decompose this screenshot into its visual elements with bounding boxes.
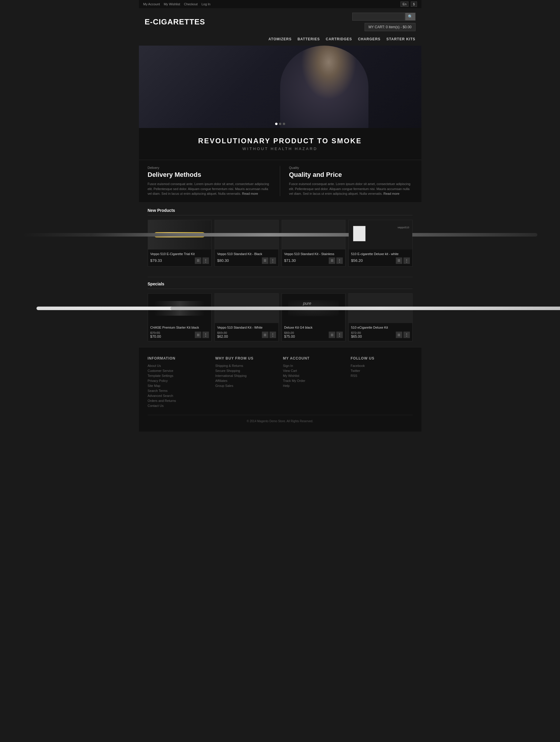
product-actions-2: $71.30 ☷ ⋮ — [284, 257, 343, 264]
special-buttons-3: ☷ ⋮ — [396, 331, 410, 338]
footer-group-sales[interactable]: Group Sales — [215, 384, 277, 387]
footer-secure-shopping[interactable]: Secure Shopping — [215, 369, 277, 372]
hero-dot-1[interactable] — [275, 123, 277, 125]
nav-batteries[interactable]: BATTERIES — [298, 36, 320, 43]
header: E-CIGARETTES 🔍 MY CART: 0 item(s) - $0.0… — [139, 8, 421, 36]
add-to-cart-0[interactable]: ☷ — [195, 257, 201, 264]
special-actions-3: $72.30 $65.00 ☷ ⋮ — [351, 331, 410, 339]
footer-col-title-follow-us: FOLLOW US — [351, 356, 413, 360]
currency-selector[interactable]: $ — [411, 1, 417, 7]
hero-figure — [280, 46, 368, 128]
footer-col-title-why-buy: WHY BUY FROM US — [215, 356, 277, 360]
special-card-0: CHASE Premium Starter Kit black $79.55 $… — [148, 293, 212, 341]
product-name-1: Veppo 510 Standard Kit - Black — [217, 252, 276, 256]
add-to-cart-2[interactable]: ☷ — [329, 257, 335, 264]
add-to-cart-1[interactable]: ☷ — [262, 257, 268, 264]
hero-dot-3[interactable] — [283, 123, 285, 125]
more-options-3[interactable]: ⋮ — [403, 257, 410, 264]
more-options-1[interactable]: ⋮ — [269, 257, 276, 264]
footer-view-cart[interactable]: View Cart — [283, 369, 345, 372]
search-button[interactable]: 🔍 — [405, 13, 415, 20]
product-price-3: $56.20 — [351, 258, 363, 263]
language-selector[interactable]: En — [401, 1, 408, 7]
footer-col-why-buy: WHY BUY FROM US Shipping & Returns Secur… — [215, 356, 277, 409]
footer-track-my-order[interactable]: Track My Order — [283, 379, 345, 382]
special-add-to-cart-3[interactable]: ☷ — [396, 331, 402, 338]
special-card-3: 510 eCigarette Deluxe Kit $72.30 $65.00 … — [348, 293, 413, 341]
special-add-to-cart-1[interactable]: ☷ — [262, 331, 268, 338]
info-col-delivery: Delivery Delivery Methods Fusce euismod … — [148, 166, 271, 196]
read-more-delivery[interactable]: Read more — [242, 192, 258, 195]
nav-chargers[interactable]: CHARGERS — [358, 36, 380, 43]
special-buttons-2: ☷ ⋮ — [329, 331, 343, 338]
more-options-2[interactable]: ⋮ — [336, 257, 343, 264]
footer-my-wishlist[interactable]: My Wishlist — [283, 374, 345, 377]
product-name-2: Veppo 510 Standard Kit - Stainless — [284, 252, 343, 256]
checkout-link[interactable]: Checkout — [184, 2, 197, 6]
more-options-0[interactable]: ⋮ — [202, 257, 209, 264]
special-more-options-2[interactable]: ⋮ — [336, 331, 343, 338]
nav-starter-kits[interactable]: STARTER KITS — [387, 36, 415, 43]
read-more-quality[interactable]: Read more — [384, 192, 399, 195]
lang-currency-bar: En $ — [401, 1, 417, 7]
add-to-cart-3[interactable]: ☷ — [396, 257, 402, 264]
cart-button[interactable]: MY CART: 0 item(s) - $0.00 — [365, 23, 415, 31]
footer-col-title-information: INFORMATION — [148, 356, 209, 360]
footer-facebook[interactable]: Facebook — [351, 364, 413, 367]
hero-dot-2[interactable] — [279, 123, 281, 125]
footer-shipping-returns[interactable]: Shipping & Returns — [215, 364, 277, 367]
product-buttons-2: ☷ ⋮ — [329, 257, 343, 264]
product-buttons-0: ☷ ⋮ — [195, 257, 209, 264]
footer-search-terms[interactable]: Search Terms — [148, 389, 209, 392]
specials-title: Specials — [148, 281, 413, 289]
footer-contact-us[interactable]: Contact Us — [148, 404, 209, 408]
special-card-2: Deluxe Kit G4 black $83.20 $75.00 ☷ ⋮ — [282, 293, 346, 341]
nav-atomizers[interactable]: ATOMIZERS — [268, 36, 292, 43]
special-old-price-2: $83.20 — [284, 331, 295, 334]
footer-help[interactable]: Help — [283, 384, 345, 387]
footer-rss[interactable]: RSS — [351, 374, 413, 377]
info-divider — [280, 166, 280, 196]
footer-orders-returns[interactable]: Orders and Returns — [148, 399, 209, 403]
hero-banner — [139, 46, 421, 128]
product-actions-1: $80.30 ☷ ⋮ — [217, 257, 276, 264]
footer-col-information: INFORMATION About Us Customer Service Te… — [148, 356, 209, 409]
footer-international-shipping[interactable]: International Shipping — [215, 374, 277, 377]
special-add-to-cart-2[interactable]: ☷ — [329, 331, 335, 338]
login-link[interactable]: Log In — [202, 2, 211, 6]
product-price-2: $71.30 — [284, 258, 296, 263]
footer-advanced-search[interactable]: Advanced Search — [148, 394, 209, 398]
info-label-delivery: Delivery — [148, 166, 271, 169]
special-info-3: 510 eCigarette Deluxe Kit $72.30 $65.00 … — [349, 323, 412, 341]
info-title-delivery: Delivery Methods — [148, 171, 271, 178]
special-actions-1: $69.30 $62.00 ☷ ⋮ — [217, 331, 276, 339]
search-input[interactable] — [352, 13, 405, 20]
special-more-options-3[interactable]: ⋮ — [403, 331, 410, 338]
special-more-options-1[interactable]: ⋮ — [269, 331, 276, 338]
special-add-to-cart-0[interactable]: ☷ — [195, 331, 201, 338]
special-card-1: Veppo 510 Standard Kit - White $69.30 $6… — [214, 293, 279, 341]
special-prices-2: $83.20 $75.00 — [284, 331, 295, 339]
footer-affiliates[interactable]: Affiliates — [215, 379, 277, 382]
product-card-1: Veppo 510 Standard Kit - Black $80.30 ☷ … — [214, 220, 279, 267]
special-name-1: Veppo 510 Standard Kit - White — [217, 325, 276, 329]
footer-template-settings[interactable]: Template Settings — [148, 374, 209, 377]
nav-cartridges[interactable]: CARTRIDGES — [326, 36, 352, 43]
special-prices-3: $72.30 $65.00 — [351, 331, 362, 339]
product-name-0: Veppo 510 E-Cigarette Trial Kit — [150, 252, 209, 256]
footer-col-title-my-account: MY ACCOUNT — [283, 356, 345, 360]
my-wishlist-link[interactable]: My Wishlist — [164, 2, 180, 6]
my-account-link[interactable]: My Account — [143, 2, 160, 6]
product-info-1: Veppo 510 Standard Kit - Black $80.30 ☷ … — [215, 250, 278, 266]
special-new-price-3: $65.00 — [351, 334, 362, 339]
footer-customer-service[interactable]: Customer Service — [148, 369, 209, 372]
special-new-price-1: $62.00 — [217, 334, 228, 339]
footer-twitter[interactable]: Twitter — [351, 369, 413, 372]
special-more-options-0[interactable]: ⋮ — [202, 331, 209, 338]
footer-privacy-policy[interactable]: Privacy Policy — [148, 379, 209, 382]
footer-sign-in[interactable]: Sign In — [283, 364, 345, 367]
footer-site-map[interactable]: Site Map — [148, 384, 209, 387]
footer-col-my-account: MY ACCOUNT Sign In View Cart My Wishlist… — [283, 356, 345, 409]
logo[interactable]: E-CIGARETTES — [145, 17, 205, 26]
footer-about-us[interactable]: About Us — [148, 364, 209, 367]
